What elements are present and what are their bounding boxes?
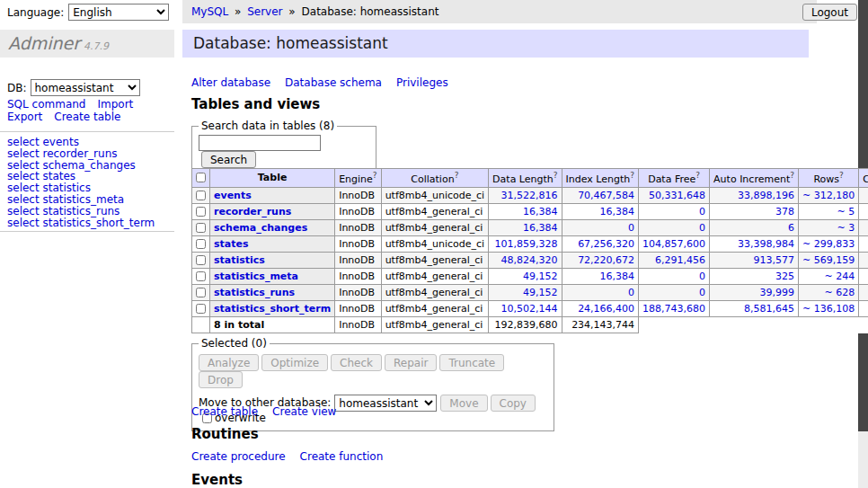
app-name: Adminer	[8, 33, 80, 53]
row-checkbox[interactable]	[196, 239, 206, 249]
db-action-link[interactable]: Alter database	[191, 76, 270, 89]
sidebar-table-link[interactable]: select statistics_meta	[7, 194, 155, 206]
select-all-checkbox[interactable]	[196, 173, 206, 182]
sidebar-table-link[interactable]: select statistics_runs	[7, 206, 155, 217]
data-length-cell: 49,152	[489, 284, 562, 300]
data-free-cell: 0	[639, 219, 710, 235]
events-heading: Events	[191, 472, 243, 488]
collation-cell: utf8mb4_general_ci	[381, 219, 488, 235]
column-header-collation: Collation?	[381, 169, 488, 188]
column-header-data-length: Data Length?	[489, 169, 562, 188]
breadcrumb-link[interactable]: MySQL	[191, 5, 228, 18]
rows-count-link[interactable]: ~ 3	[837, 222, 855, 234]
selected-buttons: AnalyzeOptimizeCheckRepairTruncateDrop	[199, 354, 547, 388]
data-length-cell: 48,824,320	[489, 252, 562, 268]
create-link[interactable]: Create table	[191, 405, 258, 418]
help-link[interactable]: ?	[839, 171, 844, 180]
collation-cell: utf8mb4_general_ci	[381, 268, 488, 284]
table-name-link[interactable]: statistics_short_term	[214, 303, 331, 315]
create-links: Create tableCreate view	[191, 405, 350, 418]
breadcrumb-current: Database: homeassistant	[302, 5, 439, 18]
sidebar-link[interactable]: SQL command	[7, 98, 85, 111]
logout-button[interactable]: Logout	[802, 4, 857, 21]
tables-heading: Tables and views	[191, 96, 320, 112]
table-name-link[interactable]: states	[214, 238, 249, 250]
language-select[interactable]: English	[68, 4, 169, 21]
routine-link[interactable]: Create function	[300, 450, 384, 463]
table-row: statistics_short_termInnoDButf8mb4_gener…	[192, 300, 868, 316]
sidebar-divider	[0, 131, 174, 132]
table-name-link[interactable]: events	[214, 190, 252, 201]
row-checkbox[interactable]	[196, 223, 206, 233]
table-row: statisticsInnoDButf8mb4_general_ci48,824…	[192, 252, 868, 268]
rows-count-link[interactable]: ~ 136,108	[802, 303, 855, 315]
db-action-link[interactable]: Database schema	[285, 76, 382, 89]
data-free-cell: 50,331,648	[639, 187, 710, 203]
sidebar-link[interactable]: Export	[7, 111, 42, 123]
engine-cell: InnoDB	[335, 235, 381, 252]
sidebar-link[interactable]: Create table	[54, 111, 120, 123]
help-link[interactable]: ?	[695, 171, 700, 180]
row-check-cell	[192, 268, 210, 284]
page-title: Database: homeassistant	[182, 30, 809, 58]
rows-count-link[interactable]: ~ 5	[837, 206, 855, 217]
total-check-cell	[192, 316, 210, 333]
table-name-link[interactable]: statistics_meta	[214, 271, 298, 282]
bulk-action-button: Repair	[385, 354, 437, 371]
total-label-cell: 8 in total	[210, 316, 335, 333]
help-link[interactable]: ?	[790, 171, 794, 180]
auto-increment-cell: 39,999	[710, 284, 799, 300]
row-checkbox[interactable]	[196, 191, 206, 200]
row-checkbox[interactable]	[196, 288, 206, 297]
row-checkbox[interactable]	[196, 255, 206, 265]
row-check-cell	[192, 284, 210, 300]
rows-count-link[interactable]: ~ 628	[824, 287, 855, 298]
table-name-link[interactable]: recorder_runs	[214, 206, 291, 217]
comment-cell	[859, 252, 868, 268]
comment-cell	[859, 284, 868, 300]
row-checkbox[interactable]	[196, 207, 206, 217]
column-header-index-length: Index Length?	[562, 169, 639, 188]
search-fieldset: Search data in tables (8) Search	[191, 120, 376, 175]
help-link[interactable]: ?	[373, 171, 377, 180]
language-bar: Language:English	[7, 4, 169, 21]
db-action-link[interactable]: Privileges	[396, 76, 448, 89]
selected-legend: Selected (0)	[199, 337, 270, 350]
help-link[interactable]: ?	[455, 171, 459, 180]
breadcrumb-link[interactable]: Server	[247, 5, 282, 18]
sidebar-table-link[interactable]: select statistics_short_term	[7, 217, 155, 229]
table-row: schema_changesInnoDButf8mb4_general_ci16…	[192, 219, 868, 235]
rows-count-link[interactable]: ~ 299,833	[802, 238, 855, 250]
table-body: eventsInnoDButf8mb4_unicode_ci31,522,816…	[192, 187, 868, 333]
table-name-cell: states	[210, 235, 335, 252]
table-name-link[interactable]: statistics_runs	[214, 287, 295, 298]
help-link[interactable]: ?	[554, 171, 558, 180]
table-row: statistics_runsInnoDButf8mb4_general_ci4…	[192, 284, 868, 300]
search-button[interactable]: Search	[201, 151, 256, 168]
rows-count-link[interactable]: ~ 569,159	[802, 254, 855, 266]
rows-count-link[interactable]: ~ 244	[824, 271, 855, 282]
help-link[interactable]: ?	[630, 171, 634, 180]
sidebar-divider	[0, 231, 174, 232]
sidebar-table-link[interactable]: select recorder_runs	[7, 148, 155, 160]
create-link[interactable]: Create view	[272, 405, 336, 418]
db-select[interactable]: homeassistant	[31, 79, 140, 96]
table-name-link[interactable]: statistics	[214, 254, 265, 266]
total-collation-cell: utf8mb4_general_ci	[381, 316, 488, 333]
move-button: Move	[440, 395, 487, 412]
sidebar-links: SQL commandImportExportCreate table	[7, 98, 145, 123]
auto-increment-cell: 378	[710, 203, 799, 219]
data-free-cell: 0	[639, 284, 710, 300]
row-checkbox[interactable]	[196, 304, 206, 314]
sidebar-table-link[interactable]: select events	[7, 137, 155, 148]
search-input[interactable]	[199, 135, 321, 151]
engine-cell: InnoDB	[335, 300, 381, 316]
engine-cell: InnoDB	[335, 203, 381, 219]
row-checkbox[interactable]	[196, 271, 206, 281]
table-name-link[interactable]: schema_changes	[214, 222, 307, 234]
row-check-cell	[192, 252, 210, 268]
sidebar-link[interactable]: Import	[97, 98, 133, 111]
index-length-cell: 16,384	[562, 203, 639, 219]
rows-count-link[interactable]: ~ 312,180	[802, 190, 855, 201]
routine-link[interactable]: Create procedure	[191, 450, 286, 463]
